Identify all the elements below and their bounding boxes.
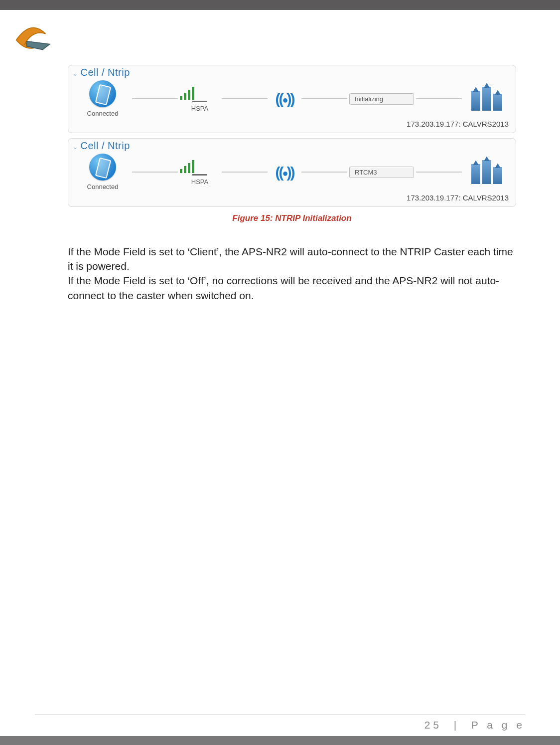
chevron-down-icon: ⌄: [72, 143, 79, 151]
connector-line: [222, 172, 268, 173]
panel-title: ⌄Cell / Ntrip: [72, 141, 509, 151]
body-paragraph: If the Mode Field is set to ‘Off’, no co…: [68, 273, 516, 303]
panel-title-text: Cell / Ntrip: [81, 67, 130, 78]
server-towers-icon: [470, 87, 502, 111]
connector-line: [416, 172, 462, 173]
server-towers-icon: [470, 160, 502, 184]
ntrip-status-panel: ⌄Cell / Ntrip Connected HSPA ((●)): [68, 65, 516, 133]
signal-bars-icon: [180, 86, 220, 100]
page-number: 25: [424, 719, 442, 731]
ntrip-status-box: Initializing: [349, 93, 414, 105]
connector-line: [301, 98, 347, 99]
connector-line: [222, 98, 268, 99]
network-type-label: HSPA: [180, 105, 220, 112]
chevron-down-icon: ⌄: [72, 69, 79, 77]
connector-line: [301, 172, 347, 173]
cell-phone-icon: [89, 154, 116, 181]
brand-logo: [10, 17, 52, 59]
signal-bars-icon: [180, 159, 220, 173]
caster-address: 173.203.19.177: CALVRS2013: [75, 120, 509, 128]
connected-label: Connected: [75, 110, 130, 117]
broadcast-icon: ((●)): [275, 164, 293, 181]
figure-caption: Figure 15: NTRIP Initialization: [68, 214, 516, 222]
body-paragraph: If the Mode Field is set to ‘Client’, th…: [68, 244, 516, 274]
caster-address: 173.203.19.177: CALVRS2013: [75, 194, 509, 201]
connector-line: [132, 172, 178, 173]
ntrip-status-panel: ⌄Cell / Ntrip Connected HSPA ((●)): [68, 138, 516, 206]
panel-title-text: Cell / Ntrip: [81, 140, 130, 151]
top-accent-bar: [0, 0, 560, 10]
broadcast-icon: ((●)): [275, 91, 293, 107]
panel-title: ⌄Cell / Ntrip: [72, 67, 509, 77]
page-label: P a g e: [471, 719, 525, 731]
bottom-accent-bar: [0, 736, 560, 745]
connector-line: [132, 98, 178, 99]
cell-phone-icon: [89, 80, 116, 107]
page-footer: 25 | P a g e: [0, 714, 560, 745]
connected-label: Connected: [75, 184, 130, 190]
ntrip-status-text: RTCM3: [355, 169, 377, 176]
network-type-label: HSPA: [180, 179, 220, 186]
ntrip-status-box: RTCM3: [349, 167, 414, 178]
connector-line: [416, 98, 462, 99]
footer-separator: |: [454, 719, 459, 731]
ntrip-status-text: Initializing: [355, 95, 383, 103]
